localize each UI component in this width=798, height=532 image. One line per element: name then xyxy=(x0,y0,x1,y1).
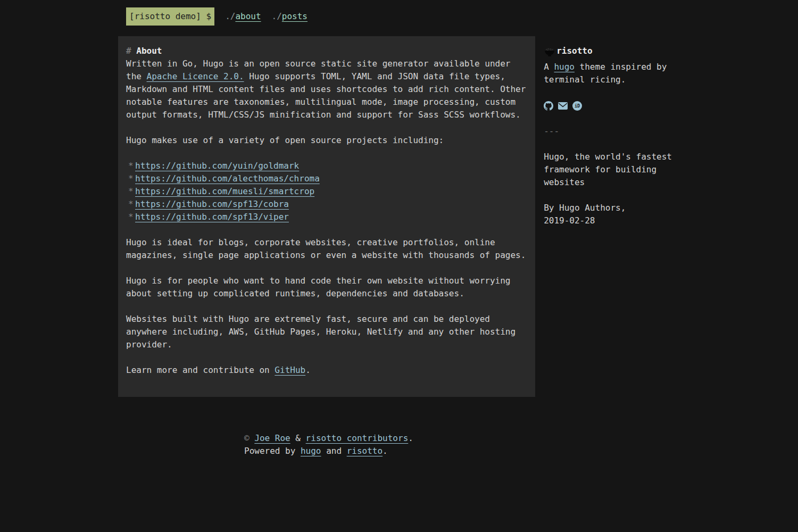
paragraph-learn-more: Learn more and contribute on GitHub. xyxy=(126,364,528,377)
orcid-icon: iD xyxy=(572,101,582,111)
paragraph-text: . xyxy=(305,365,311,375)
list-bullet: * xyxy=(126,198,135,211)
nav-link-about[interactable]: ./about xyxy=(225,10,261,23)
github-icon xyxy=(544,101,553,111)
byline-author: By Hugo Authors, xyxy=(544,202,679,214)
list-item: *https://github.com/alecthomas/chroma xyxy=(126,172,528,185)
footer-risotto-link[interactable]: risotto xyxy=(347,446,383,456)
social-links: iD xyxy=(544,101,679,111)
list-bullet: * xyxy=(126,211,135,223)
hugo-link[interactable]: hugo xyxy=(554,62,575,72)
nav-prefix: ./ xyxy=(272,11,282,21)
paragraph-intro: Written in Go, Hugo is an open source st… xyxy=(126,57,528,121)
footer-text: . xyxy=(383,446,388,456)
page: [risotto demo] $ ./about ./posts # About… xyxy=(0,0,798,470)
content-panel: # About Written in Go, Hugo is an open s… xyxy=(118,36,535,397)
footer-text: & xyxy=(290,433,306,443)
svg-text:iD: iD xyxy=(575,103,580,109)
site-title: risotto xyxy=(556,45,592,57)
description-text: A xyxy=(544,62,554,72)
chroma-link[interactable]: https://github.com/alecthomas/chroma xyxy=(135,172,320,185)
sidebar-separator: --- xyxy=(544,125,679,138)
cobra-link[interactable]: https://github.com/spf13/cobra xyxy=(135,198,289,211)
list-item: *https://github.com/yuin/goldmark xyxy=(126,160,528,172)
byline-date: 2019-02-28 xyxy=(544,214,679,227)
footer-text: . xyxy=(408,433,413,443)
project-link-list: *https://github.com/yuin/goldmark *https… xyxy=(126,160,528,223)
footer-text: Powered by xyxy=(244,446,301,456)
paragraph-text: Learn more and contribute on xyxy=(126,365,275,375)
paragraph-projects: Hugo makes use of a variety of open sour… xyxy=(126,134,528,147)
apache-licence-link[interactable]: Apache Licence 2.0. xyxy=(147,71,244,81)
site-identity: risotto xyxy=(544,45,679,57)
home-prompt-link[interactable]: [risotto demo] $ xyxy=(126,7,214,26)
page-title: # About xyxy=(126,45,528,57)
author-link[interactable]: Joe Roe xyxy=(254,433,290,443)
site-description: A hugo theme inspired by terminal ricing… xyxy=(544,61,679,86)
main-layout: # About Written in Go, Hugo is an open s… xyxy=(118,36,798,397)
contributors-link[interactable]: risotto contributors xyxy=(306,433,409,443)
nav-label-posts: posts xyxy=(282,11,307,21)
footer-copyright-line: © Joe Roe & risotto contributors. xyxy=(244,432,798,445)
email-icon xyxy=(558,102,568,110)
smartcrop-link[interactable]: https://github.com/muesli/smartcrop xyxy=(135,185,314,198)
paragraph-ideal: Hugo is ideal for blogs, corporate websi… xyxy=(126,236,528,262)
list-item: *https://github.com/spf13/viper xyxy=(126,211,528,223)
github-profile-link[interactable] xyxy=(544,101,553,111)
email-link[interactable] xyxy=(558,101,568,111)
nav-link-posts[interactable]: ./posts xyxy=(272,10,307,23)
nav-label-about: about xyxy=(235,11,261,21)
nav-prefix: ./ xyxy=(225,11,235,21)
heading-marker: # xyxy=(126,46,131,56)
footer-hugo-link[interactable]: hugo xyxy=(301,446,321,456)
viper-link[interactable]: https://github.com/spf13/viper xyxy=(135,211,289,223)
github-contribute-link[interactable]: GitHub xyxy=(275,365,305,375)
orcid-link[interactable]: iD xyxy=(572,101,582,111)
list-bullet: * xyxy=(126,185,135,198)
list-bullet: * xyxy=(126,160,135,172)
byline-block: By Hugo Authors, 2019-02-28 xyxy=(544,202,679,227)
sidebar: risotto A hugo theme inspired by termina… xyxy=(544,36,679,227)
top-nav: [risotto demo] $ ./about ./posts xyxy=(126,7,798,26)
list-bullet: * xyxy=(126,172,135,185)
footer-text: and xyxy=(321,446,347,456)
paragraph-fast: Websites built with Hugo are extremely f… xyxy=(126,313,528,351)
footer: © Joe Roe & risotto contributors. Powere… xyxy=(244,432,798,470)
goldmark-link[interactable]: https://github.com/yuin/goldmark xyxy=(135,160,299,172)
list-item: *https://github.com/muesli/smartcrop xyxy=(126,185,528,198)
heading-text: About xyxy=(136,46,162,56)
list-item: *https://github.com/spf13/cobra xyxy=(126,198,528,211)
paragraph-handcode: Hugo is for people who want to hand code… xyxy=(126,275,528,300)
footer-powered-line: Powered by hugo and risotto. xyxy=(244,445,798,458)
rice-bowl-icon xyxy=(544,45,555,57)
site-tagline: Hugo, the world's fastest framework for … xyxy=(544,151,679,189)
copyright-symbol: © xyxy=(244,433,254,443)
